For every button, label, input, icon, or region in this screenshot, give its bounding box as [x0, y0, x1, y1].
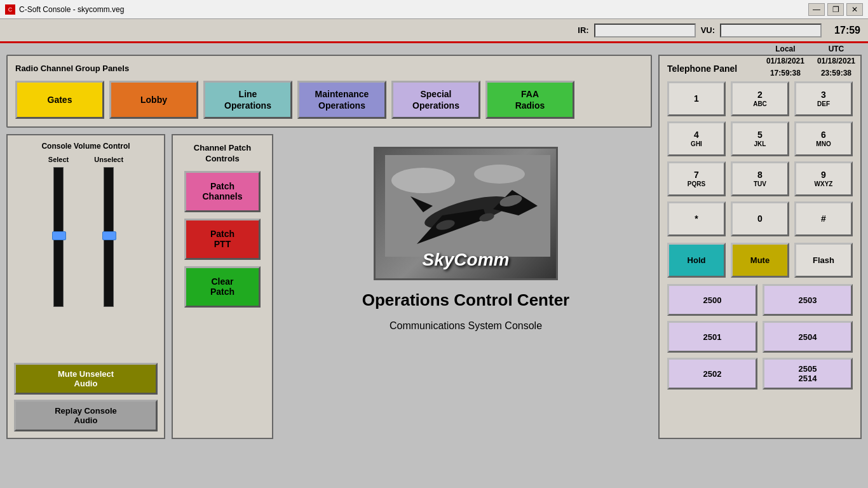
utc-label: UTC	[829, 44, 844, 53]
time-display: 17:59	[834, 25, 860, 36]
unselect-slider-thumb[interactable]	[102, 231, 116, 240]
mute-button[interactable]: Mute	[731, 243, 789, 278]
select-slider-col: Select	[48, 156, 69, 307]
ext-btn-2502[interactable]: 2502	[667, 358, 757, 390]
ir-vu-section: IR: VU: 17:59	[578, 24, 860, 37]
clear-patch-button[interactable]: ClearPatch	[184, 266, 261, 308]
mute-unselect-audio-button[interactable]: Mute UnselectAudio	[14, 363, 158, 395]
tel-btn-6[interactable]: 6MNO	[794, 121, 853, 156]
local-label: Local	[775, 44, 795, 53]
plane-svg	[385, 155, 550, 257]
vu-display	[720, 24, 822, 37]
window-title: C-Soft Console - skycomm.veg	[19, 5, 124, 14]
skycomm-image: SkyComm	[374, 147, 558, 280]
main-content: Radio Channel Group Panels Gates Lobby L…	[0, 48, 868, 445]
ir-display	[594, 24, 696, 37]
local-time: 17:59:38	[770, 69, 801, 78]
replay-console-audio-button[interactable]: Replay ConsoleAudio	[14, 400, 158, 431]
datetime-panel: Local 01/18/2021 17:59:38 UTC 01/18/2021…	[766, 43, 855, 80]
radio-channel-panel: Radio Channel Group Panels Gates Lobby L…	[6, 55, 652, 128]
telephone-panel: Telephone Panel 1 2ABC 3DEF 4GHI 5JKL 6M…	[658, 55, 862, 439]
tel-btn-5[interactable]: 5JKL	[731, 121, 789, 156]
local-datetime: Local 01/18/2021 17:59:38	[766, 43, 804, 80]
tel-btn-8[interactable]: 8TUV	[731, 161, 789, 196]
ext-btn-2504[interactable]: 2504	[763, 321, 853, 353]
unselect-slider-col: Unselect	[94, 156, 123, 307]
tel-special-grid: Hold Mute Flash	[667, 243, 853, 278]
radio-btn-gates[interactable]: Gates	[15, 81, 104, 119]
app-icon: C	[5, 4, 15, 15]
utc-time: 23:59:38	[821, 69, 851, 78]
tel-btn-1[interactable]: 1	[667, 81, 726, 116]
radio-btn-maintenance-operations[interactable]: MaintenanceOperations	[297, 81, 386, 119]
keypad-grid: 1 2ABC 3DEF 4GHI 5JKL 6MNO 7PQRS 8TUV 9W…	[667, 81, 853, 236]
utc-date: 01/18/2021	[817, 57, 855, 65]
volume-buttons: Mute UnselectAudio Replay ConsoleAudio	[14, 363, 158, 431]
select-slider-track	[53, 167, 64, 307]
left-column: Radio Channel Group Panels Gates Lobby L…	[6, 55, 652, 439]
bottom-left: Console Volume Control Select Unselect	[6, 134, 652, 439]
volume-panel: Console Volume Control Select Unselect	[6, 134, 165, 439]
top-bar: IR: VU: 17:59	[0, 19, 868, 43]
tel-btn-2[interactable]: 2ABC	[731, 81, 789, 116]
radio-buttons-container: Gates Lobby LineOperations MaintenanceOp…	[15, 81, 643, 119]
patch-title: Channel PatchControls	[194, 143, 251, 165]
minimize-button[interactable]: —	[808, 3, 825, 16]
unselect-slider-label: Unselect	[94, 156, 123, 163]
ir-label: IR:	[578, 25, 588, 35]
extensions-grid: 2500 2503 2501 2504 2502 25052514	[667, 284, 853, 390]
select-slider-label: Select	[48, 156, 69, 163]
hold-button[interactable]: Hold	[667, 243, 726, 278]
tel-btn-0[interactable]: 0	[731, 201, 789, 236]
select-slider-thumb[interactable]	[52, 231, 66, 240]
tel-btn-9[interactable]: 9WXYZ	[794, 161, 853, 196]
skycomm-label: SkyComm	[423, 250, 510, 275]
ext-btn-2503[interactable]: 2503	[763, 284, 853, 316]
svg-point-2	[474, 165, 525, 184]
vu-label: VU:	[701, 25, 715, 35]
restore-button[interactable]: ❐	[827, 3, 844, 16]
local-date: 01/18/2021	[766, 57, 804, 65]
radio-btn-faa-radios[interactable]: FAARadios	[485, 81, 574, 119]
title-bar-controls: — ❐ ✕	[808, 3, 863, 16]
tel-btn-hash[interactable]: #	[794, 201, 853, 236]
close-button[interactable]: ✕	[846, 3, 863, 16]
patch-panel: Channel PatchControls PatchChannels Patc…	[172, 134, 273, 439]
tel-btn-4[interactable]: 4GHI	[667, 121, 726, 156]
patch-ptt-button[interactable]: PatchPTT	[184, 219, 261, 260]
ext-btn-2505-2514[interactable]: 25052514	[763, 358, 853, 390]
tel-btn-3[interactable]: 3DEF	[794, 81, 853, 116]
radio-panel-title: Radio Channel Group Panels	[15, 64, 643, 73]
svg-point-1	[391, 168, 455, 193]
tel-btn-star[interactable]: *	[667, 201, 726, 236]
radio-btn-special-operations[interactable]: SpecialOperations	[391, 81, 480, 119]
volume-title: Console Volume Control	[41, 142, 130, 151]
radio-btn-lobby[interactable]: Lobby	[109, 81, 198, 119]
tel-btn-7[interactable]: 7PQRS	[667, 161, 726, 196]
ext-btn-2501[interactable]: 2501	[667, 321, 757, 353]
patch-channels-button[interactable]: PatchChannels	[184, 171, 261, 212]
utc-datetime: UTC 01/18/2021 23:59:38	[817, 43, 855, 80]
radio-btn-line-operations[interactable]: LineOperations	[203, 81, 292, 119]
volume-sliders: Select Unselect	[48, 156, 123, 307]
unselect-slider-track	[104, 167, 114, 307]
flash-button[interactable]: Flash	[794, 243, 853, 278]
title-bar-left: C C-Soft Console - skycomm.veg	[5, 4, 124, 15]
title-bar: C C-Soft Console - skycomm.veg — ❐ ✕	[0, 0, 868, 19]
ops-center-title: Operations Control Center	[362, 290, 569, 310]
ops-center-subtitle: Communications System Console	[390, 320, 542, 332]
ext-btn-2500[interactable]: 2500	[667, 284, 757, 316]
center-area: SkyComm Operations Control Center Commun…	[280, 134, 652, 439]
